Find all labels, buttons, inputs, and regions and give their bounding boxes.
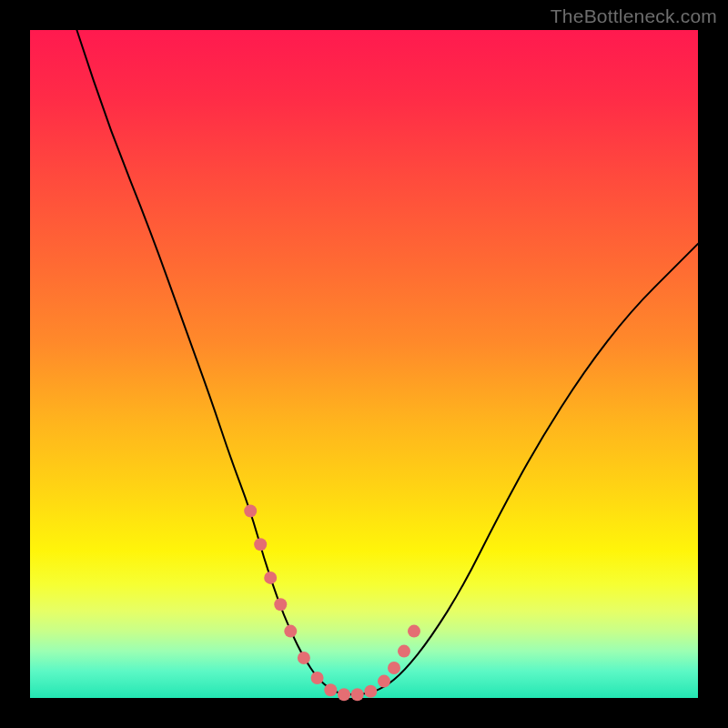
chart-canvas: TheBottleneck.com — [0, 0, 728, 728]
bottleneck-curve — [76, 30, 698, 694]
highlight-marker — [298, 652, 310, 664]
highlight-marker — [398, 645, 410, 658]
watermark-text: TheBottleneck.com — [551, 5, 717, 27]
highlight-marker — [378, 675, 390, 688]
highlight-marker — [338, 688, 350, 701]
highlight-marker — [264, 571, 277, 584]
highlight-marker — [244, 505, 257, 518]
highlight-markers — [244, 505, 420, 702]
highlight-marker — [388, 662, 400, 674]
highlight-marker — [408, 625, 420, 638]
plot-area — [30, 30, 698, 698]
curve-layer — [30, 30, 698, 698]
highlight-marker — [324, 683, 337, 696]
highlight-marker — [351, 688, 364, 701]
highlight-marker — [364, 685, 377, 698]
highlight-marker — [254, 538, 267, 551]
highlight-marker — [284, 625, 297, 638]
highlight-marker — [311, 672, 324, 684]
highlight-marker — [274, 598, 287, 611]
